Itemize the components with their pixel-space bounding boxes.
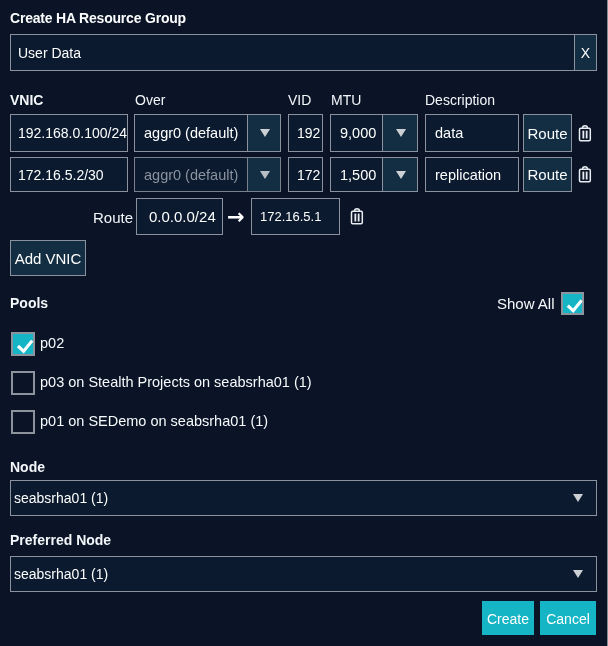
mtu-value-2: 1,500 [331, 167, 382, 183]
mtu-combo-2[interactable]: 1,500 [330, 157, 418, 192]
header-vnic: VNIC [10, 92, 43, 108]
header-description: Description [425, 92, 495, 108]
route-gateway-input[interactable]: 172.16.5.1 [251, 198, 340, 235]
caret-down-icon [396, 129, 406, 137]
mtu-combo-1[interactable]: 9,000 [330, 114, 418, 152]
caret-down-icon [573, 494, 583, 502]
header-over: Over [135, 92, 165, 108]
cancel-button[interactable]: Cancel [540, 601, 596, 635]
add-vnic-button[interactable]: Add VNIC [10, 240, 86, 276]
clear-name-button[interactable]: X [574, 35, 596, 70]
vid-value-1: 192 [289, 125, 320, 141]
pool-checkbox-p02[interactable] [11, 332, 35, 356]
vnic-address-value-2: 172.16.5.2/30 [11, 167, 104, 183]
over-value-2: aggr0 (default) [135, 167, 247, 183]
route-editor-label: Route [89, 209, 133, 226]
vid-input-1[interactable]: 192 [288, 114, 323, 152]
route-destination-input[interactable]: 0.0.0.0/24 [136, 198, 223, 235]
trash-body-shape [580, 128, 591, 141]
description-value-2: replication [426, 167, 501, 183]
preferred-node-select[interactable]: seabsrha01 (1) [10, 556, 597, 592]
check-icon [13, 334, 37, 358]
header-mtu: MTU [331, 92, 361, 108]
group-name-input[interactable]: User Data X [10, 34, 597, 71]
over-dropdown-arrow-2 [247, 158, 280, 191]
vid-value-2: 172 [289, 167, 320, 183]
route-destination-value: 0.0.0.0/24 [137, 208, 216, 225]
delete-vnic-icon-2[interactable] [578, 166, 592, 183]
over-dropdown-2: aggr0 (default) [134, 157, 281, 192]
pool-item-p01[interactable]: p01 on SEDemo on seabsrha01 (1) [11, 410, 268, 434]
description-input-1[interactable]: data [425, 114, 519, 152]
caret-down-icon [260, 171, 270, 179]
route-arrow-icon: → [227, 205, 245, 229]
header-vid: VID [288, 92, 311, 108]
show-all-checkbox[interactable] [561, 292, 584, 315]
over-dropdown-arrow-1[interactable] [247, 115, 280, 151]
checkmark-shape [568, 300, 582, 310]
pool-checkbox-p01[interactable] [11, 410, 35, 434]
dialog-title: Create HA Resource Group [10, 10, 186, 26]
delete-vnic-icon-1[interactable] [578, 125, 592, 142]
preferred-node-value: seabsrha01 (1) [11, 566, 108, 582]
check-icon [563, 294, 586, 317]
trash-body-shape [580, 169, 591, 182]
over-value-1: aggr0 (default) [135, 125, 247, 141]
vnic-address-input-2[interactable]: 172.16.5.2/30 [10, 157, 128, 192]
caret-down-icon [573, 570, 583, 578]
over-dropdown-1[interactable]: aggr0 (default) [134, 114, 281, 152]
caret-down-icon [260, 129, 270, 137]
vnic-address-input-1[interactable]: 192.168.0.100/24 [10, 114, 128, 152]
route-button-2[interactable]: Route [523, 157, 572, 192]
description-input-2[interactable]: replication [425, 157, 519, 192]
mtu-combo-arrow-2[interactable] [382, 158, 417, 191]
route-button-1[interactable]: Route [523, 114, 572, 152]
preferred-node-label: Preferred Node [10, 532, 111, 548]
vid-input-2[interactable]: 172 [288, 157, 323, 192]
show-all-label: Show All [497, 295, 555, 312]
pool-label: p01 on SEDemo on seabsrha01 (1) [40, 413, 268, 429]
checkmark-shape [18, 341, 32, 352]
delete-route-icon[interactable] [350, 208, 364, 225]
mtu-combo-arrow-1[interactable] [382, 115, 417, 151]
pools-label: Pools [10, 295, 48, 311]
pool-label: p03 on Stealth Projects on seabsrha01 (1… [40, 374, 312, 390]
node-value: seabsrha01 (1) [11, 490, 108, 506]
node-select[interactable]: seabsrha01 (1) [10, 480, 597, 516]
mtu-value-1: 9,000 [331, 125, 382, 141]
caret-down-icon [396, 171, 406, 179]
pool-item-p03[interactable]: p03 on Stealth Projects on seabsrha01 (1… [11, 371, 312, 395]
pool-checkbox-p03[interactable] [11, 371, 35, 395]
create-button[interactable]: Create [482, 601, 534, 635]
trash-body-shape [352, 211, 363, 224]
pool-item-p02[interactable]: p02 [11, 332, 64, 356]
description-value-1: data [426, 125, 463, 141]
route-gateway-value: 172.16.5.1 [252, 209, 321, 224]
vnic-address-value-1: 192.168.0.100/24 [11, 125, 127, 141]
group-name-value: User Data [11, 45, 81, 61]
node-label: Node [10, 459, 45, 475]
pool-label: p02 [40, 335, 64, 351]
